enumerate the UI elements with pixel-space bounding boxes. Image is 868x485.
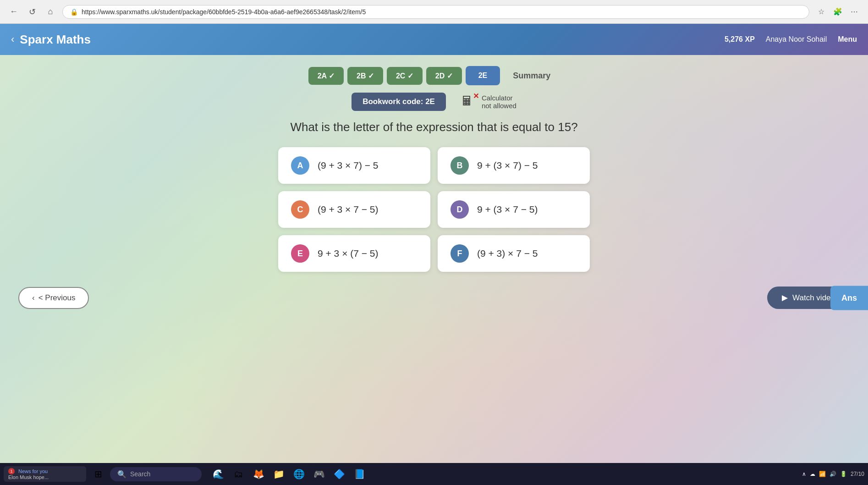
tab-2c[interactable]: 2C ✓ xyxy=(387,67,423,85)
taskbar-app-office[interactable]: 📘 xyxy=(350,465,368,483)
option-e-expr: 9 + 3 × (7 − 5) xyxy=(318,248,379,259)
app-back-button[interactable]: ‹ xyxy=(11,33,14,45)
taskbar-app-blue[interactable]: 🔷 xyxy=(330,465,348,483)
bookwork-code: Bookwork code: 2E xyxy=(352,93,446,111)
tab-2e[interactable]: 2E xyxy=(466,66,500,85)
option-f[interactable]: F (9 + 3) × 7 − 5 xyxy=(438,235,590,272)
option-c-expr: (9 + 3 × 7 − 5) xyxy=(318,204,379,215)
more-options-icon[interactable]: ⋯ xyxy=(848,6,861,18)
app-title: Sparx Maths xyxy=(20,33,91,47)
weather-icon: ☁ xyxy=(810,471,815,477)
taskbar-time: 27/10 xyxy=(851,471,864,477)
tab-2b[interactable]: 2B ✓ xyxy=(347,67,383,85)
news-label: 1 News for you xyxy=(8,468,49,474)
taskbar-right: ∧ ☁ 📶 🔊 🔋 27/10 xyxy=(802,471,864,477)
taskbar-app-files[interactable]: 🗂 xyxy=(229,465,247,483)
taskbar-search-text: Search xyxy=(130,470,150,478)
previous-button[interactable]: ‹ < Previous xyxy=(18,287,89,309)
bookmark-icon[interactable]: ☆ xyxy=(815,6,828,18)
taskbar-app-browser1[interactable]: 🌊 xyxy=(209,465,227,483)
option-a-letter: A xyxy=(291,156,309,175)
taskbar-app-edge[interactable]: 🌐 xyxy=(290,465,308,483)
menu-button[interactable]: Menu xyxy=(838,35,857,44)
taskbar-apps: 🌊 🗂 🦊 📁 🌐 🎮 🔷 📘 xyxy=(209,465,368,483)
option-b[interactable]: B 9 + (3 × 7) − 5 xyxy=(438,147,590,184)
taskbar-search[interactable]: 🔍 Search xyxy=(110,467,202,481)
calculator-status: 🖩 ✕ Calculator not allowed xyxy=(461,94,516,110)
taskbar-left: 1 News for you Elon Musk hope... xyxy=(4,466,86,482)
video-icon: ▶ xyxy=(782,293,788,303)
battery-icon: 🔋 xyxy=(840,471,847,477)
lock-icon: 🔒 xyxy=(70,8,78,16)
bookwork-bar: Bookwork code: 2E 🖩 ✕ Calculator not all… xyxy=(0,93,868,111)
prev-label: < Previous xyxy=(38,293,76,303)
url-text: https://www.sparxmaths.uk/student/packag… xyxy=(82,8,366,16)
option-b-letter: B xyxy=(450,156,469,175)
calculator-label: Calculator not allowed xyxy=(482,94,516,110)
chevron-up-icon[interactable]: ∧ xyxy=(802,471,806,477)
option-e[interactable]: E 9 + 3 × (7 − 5) xyxy=(278,235,430,272)
news-ticker[interactable]: 1 News for you Elon Musk hope... xyxy=(4,466,86,482)
option-f-expr: (9 + 3) × 7 − 5 xyxy=(477,248,538,259)
option-c[interactable]: C (9 + 3 × 7 − 5) xyxy=(278,191,430,228)
option-a[interactable]: A (9 + 3 × 7) − 5 xyxy=(278,147,430,184)
watch-video-label: Watch video xyxy=(792,293,835,303)
volume-icon[interactable]: 🔊 xyxy=(830,471,836,477)
option-d[interactable]: D 9 + (3 × 7 − 5) xyxy=(438,191,590,228)
app-header: ‹ Sparx Maths 5,276 XP Anaya Noor Sohail… xyxy=(0,24,868,55)
options-row-1: A (9 + 3 × 7) − 5 B 9 + (3 × 7) − 5 xyxy=(278,147,590,184)
address-bar[interactable]: 🔒 https://www.sparxmaths.uk/student/pack… xyxy=(62,5,809,19)
prev-icon: ‹ xyxy=(32,293,35,303)
browser-right-icons: ☆ 🧩 ⋯ xyxy=(815,6,861,18)
options-row-3: E 9 + 3 × (7 − 5) F (9 + 3) × 7 − 5 xyxy=(278,235,590,272)
tab-navigation: 2A ✓ 2B ✓ 2C ✓ 2D ✓ 2E Summary xyxy=(0,55,868,93)
header-right: 5,276 XP Anaya Noor Sohail Menu xyxy=(725,35,857,44)
option-f-letter: F xyxy=(450,244,469,263)
taskbar-app-folder[interactable]: 📁 xyxy=(269,465,288,483)
refresh-button[interactable]: ↺ xyxy=(26,6,38,18)
option-d-expr: 9 + (3 × 7 − 5) xyxy=(477,204,538,215)
user-name: Anaya Noor Sohail xyxy=(766,35,827,44)
tab-2a[interactable]: 2A ✓ xyxy=(308,67,344,85)
browser-chrome: ← ↺ ⌂ 🔒 https://www.sparxmaths.uk/studen… xyxy=(0,0,868,24)
tab-2d[interactable]: 2D ✓ xyxy=(426,67,462,85)
answer-button[interactable]: Ans xyxy=(830,286,868,310)
option-d-letter: D xyxy=(450,200,469,219)
taskbar-app-game[interactable]: 🎮 xyxy=(310,465,328,483)
question-text: What is the letter of the expression tha… xyxy=(0,120,868,134)
taskbar-search-icon: 🔍 xyxy=(117,470,126,479)
main-content: 2A ✓ 2B ✓ 2C ✓ 2D ✓ 2E Summary Bookwork … xyxy=(0,55,868,463)
windows-button[interactable]: ⊞ xyxy=(90,466,106,482)
option-b-expr: 9 + (3 × 7) − 5 xyxy=(477,160,538,171)
calc-x-icon: ✕ xyxy=(473,92,479,100)
taskbar-app-firefox[interactable]: 🦊 xyxy=(249,465,268,483)
news-text: Elon Musk hope... xyxy=(8,474,49,480)
notification-badge: 1 xyxy=(8,468,15,474)
calc-icon-graphic: 🖩 xyxy=(461,94,473,108)
wifi-icon: 📶 xyxy=(819,471,826,477)
bottom-bar: ‹ < Previous ▶ Watch video Ans xyxy=(0,279,868,316)
tab-summary[interactable]: Summary xyxy=(504,66,560,85)
option-a-expr: (9 + 3 × 7) − 5 xyxy=(318,160,379,171)
options-grid: A (9 + 3 × 7) − 5 B 9 + (3 × 7) − 5 C (9… xyxy=(269,147,599,272)
option-c-letter: C xyxy=(291,200,309,219)
option-e-letter: E xyxy=(291,244,309,263)
xp-display: 5,276 XP xyxy=(725,35,755,44)
back-button[interactable]: ← xyxy=(7,6,20,18)
calculator-icon: 🖩 ✕ xyxy=(461,94,477,110)
taskbar: 1 News for you Elon Musk hope... ⊞ 🔍 Sea… xyxy=(0,463,868,485)
extensions-icon[interactable]: 🧩 xyxy=(831,6,844,18)
options-row-2: C (9 + 3 × 7 − 5) D 9 + (3 × 7 − 5) xyxy=(278,191,590,228)
home-button[interactable]: ⌂ xyxy=(44,6,57,18)
